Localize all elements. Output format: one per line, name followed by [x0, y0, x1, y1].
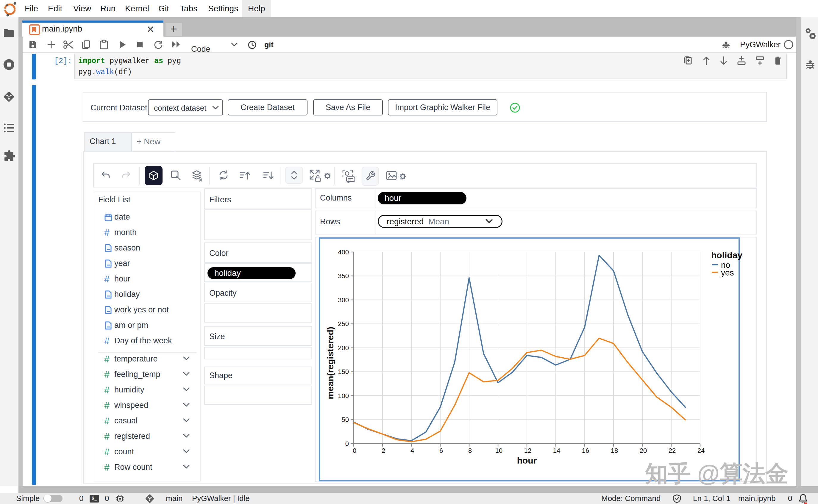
svg-text:6: 6 [440, 447, 443, 454]
svg-text:2: 2 [381, 447, 385, 454]
svg-text:12: 12 [524, 447, 531, 454]
svg-text:hour: hour [517, 456, 537, 465]
svg-text:4: 4 [411, 447, 414, 454]
svg-text:400: 400 [338, 248, 349, 256]
svg-text:mean(registered): mean(registered) [325, 327, 335, 399]
svg-text:10: 10 [495, 447, 503, 454]
svg-text:300: 300 [338, 296, 349, 304]
svg-text:50: 50 [342, 416, 349, 423]
svg-text:0: 0 [353, 447, 356, 454]
svg-text:14: 14 [553, 447, 560, 454]
svg-text:18: 18 [611, 447, 618, 454]
svg-text:22: 22 [669, 447, 676, 454]
svg-text:100: 100 [338, 392, 349, 400]
svg-text:250: 250 [338, 320, 349, 328]
svg-text:20: 20 [640, 447, 647, 454]
svg-text:200: 200 [338, 344, 349, 352]
svg-text:16: 16 [582, 447, 589, 454]
svg-text:yes: yes [721, 268, 734, 277]
svg-text:24: 24 [697, 447, 705, 454]
svg-text:0: 0 [345, 440, 349, 447]
svg-text:8: 8 [468, 447, 472, 454]
svg-text:150: 150 [338, 368, 349, 375]
svg-text:holiday: holiday [711, 250, 742, 260]
svg-text:350: 350 [338, 272, 349, 280]
